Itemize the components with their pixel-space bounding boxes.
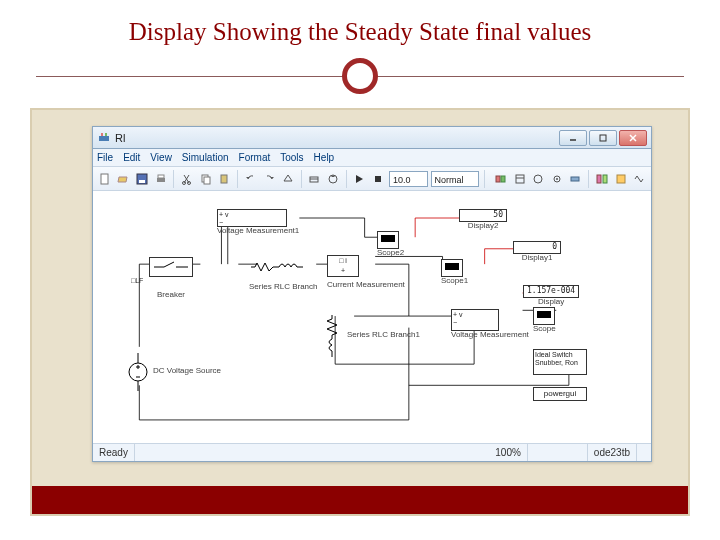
display2-label: Display2 [459,222,507,231]
svg-rect-1 [101,133,103,136]
model-canvas[interactable]: + v− Voltage Measurement1 Scope2 50 Disp… [93,193,651,443]
paste-icon[interactable] [217,170,233,188]
build-icon[interactable] [307,170,323,188]
maximize-button[interactable] [589,130,617,146]
print-icon[interactable] [153,170,169,188]
rlc-block[interactable]: Series RLC Branch [249,259,317,292]
svg-rect-31 [597,175,601,183]
rlc-label: Series RLC Branch [249,283,317,292]
redo-icon[interactable] [262,170,278,188]
up-icon[interactable] [280,170,296,188]
svg-rect-9 [139,180,145,183]
wires [93,193,651,443]
voltage-measurement1-block[interactable]: + v− Voltage Measurement1 [217,209,299,236]
breaker-label: Breaker [149,291,193,300]
dc-source-label: DC Voltage Source [153,367,221,376]
svg-point-27 [534,175,542,183]
toolbar: 10.0 Normal [93,167,651,191]
scope1-block[interactable]: Scope1 [441,259,468,286]
svg-rect-18 [221,175,227,183]
svg-rect-17 [204,177,210,184]
voltage-measurement-block[interactable]: + v− Voltage Measurement [451,309,529,340]
display1-block[interactable]: 0 Display1 [513,241,561,263]
svg-rect-22 [375,176,381,182]
window-buttons [559,130,647,146]
play-icon[interactable] [352,170,368,188]
menu-format[interactable]: Format [239,152,271,163]
cut-icon[interactable] [179,170,195,188]
menu-file[interactable]: File [97,152,113,163]
menu-edit[interactable]: Edit [123,152,140,163]
menu-simulation[interactable]: Simulation [182,152,229,163]
svg-line-67 [164,262,174,267]
current-measurement-block[interactable]: □ i+ Current Measurement [327,255,405,290]
voltage-measurement-label: Voltage Measurement [451,331,529,340]
svg-rect-25 [516,175,524,183]
scope-label: Scope [533,325,556,334]
scope-block[interactable]: Scope [533,307,556,334]
circle-ornament [342,58,378,94]
status-ready: Ready [93,444,135,461]
minimize-button[interactable] [559,130,587,146]
display-label: Display [523,298,579,307]
undo-icon[interactable] [243,170,259,188]
current-measurement-label: Current Measurement [327,281,405,290]
ideal-switch-block[interactable]: Ideal Switch Snubber, Ron [533,349,587,375]
status-solver: ode23tb [588,444,637,461]
svg-rect-0 [99,136,109,141]
display-value: 1.157e-004 [523,285,579,298]
menu-tools[interactable]: Tools [280,152,303,163]
library-icon[interactable] [493,170,509,188]
slide-frame-bottom [32,486,688,514]
update-icon[interactable] [325,170,341,188]
svg-rect-11 [158,175,164,178]
title-rule [0,54,720,98]
open-icon[interactable] [116,170,132,188]
views-icon[interactable] [594,170,610,188]
stop-icon[interactable] [370,170,386,188]
new-icon[interactable] [97,170,113,188]
display1-value: 0 [513,241,561,254]
gear-icon[interactable] [549,170,565,188]
svg-rect-7 [101,174,108,184]
voltage-measurement1-label: Voltage Measurement1 [217,227,299,236]
window-title: Rl [115,132,559,144]
display1-label: Display1 [513,254,561,263]
svg-rect-4 [600,135,606,141]
model-explorer-icon[interactable] [512,170,528,188]
powergui-label: powergui [533,387,587,401]
ideal-switch-label: Ideal Switch [535,351,573,358]
svg-rect-33 [617,175,625,183]
copy-icon[interactable] [198,170,214,188]
svg-rect-23 [496,176,500,182]
highlight-icon[interactable] [613,170,629,188]
title-bar[interactable]: Rl [93,127,651,149]
save-icon[interactable] [134,170,150,188]
display-block[interactable]: 1.157e-004 Display [523,285,579,307]
rlc1-label: Series RLC Branch1 [347,331,420,340]
svg-rect-10 [157,178,165,182]
stop-time-input[interactable]: 10.0 [389,171,428,187]
slide-frame: Rl File Edit View Simulation [30,108,690,516]
display2-block[interactable]: 50 Display2 [459,209,507,231]
svg-rect-24 [501,176,505,182]
debug-icon[interactable] [568,170,584,188]
toggle-icon[interactable] [530,170,546,188]
menu-help[interactable]: Help [314,152,335,163]
app-icon [97,131,111,145]
rlc1-block[interactable]: Series RLC Branch1 [323,313,341,359]
signal-icon[interactable] [631,170,647,188]
breaker-block[interactable]: □LF Breaker [149,257,193,299]
menu-view[interactable]: View [150,152,172,163]
dc-source-block[interactable]: DC Voltage Source [127,351,149,393]
sim-mode-select[interactable]: Normal [431,171,480,187]
snubber-label: Snubber, Ron [535,359,578,366]
powergui-block[interactable]: powergui [533,387,587,401]
scope1-label: Scope1 [441,277,468,286]
status-bar: Ready 100% ode23tb [93,443,651,461]
simulink-window: Rl File Edit View Simulation [92,126,652,462]
close-button[interactable] [619,130,647,146]
display2-value: 50 [459,209,507,222]
resize-grip-icon[interactable] [643,448,645,458]
scope2-block[interactable]: Scope2 [377,231,404,258]
